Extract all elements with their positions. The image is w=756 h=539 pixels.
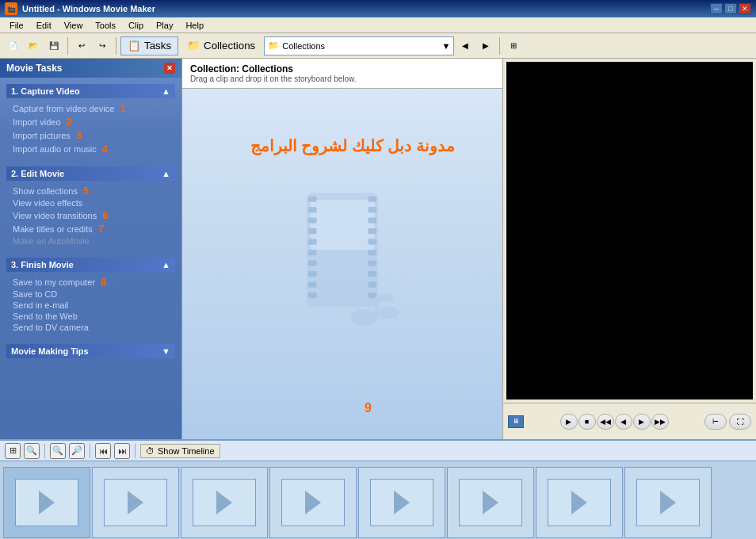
menu-view[interactable]: View xyxy=(58,19,90,32)
show-timeline-button[interactable]: ⏱ Show Timeline xyxy=(140,444,220,458)
fast-forward-button[interactable]: ▶▶ xyxy=(651,414,669,430)
tasks-label: Tasks xyxy=(144,40,171,52)
back-button[interactable]: ◀ xyxy=(456,36,475,55)
import-audio-link[interactable]: Import audio or music 4 xyxy=(13,142,169,155)
finish-section-title: 3. Finish Movie xyxy=(11,260,74,270)
annotation-9: 9 xyxy=(365,401,372,415)
menu-file[interactable]: File xyxy=(3,19,30,32)
dropdown-folder-icon: 📁 xyxy=(268,40,279,51)
undo-button[interactable]: ↩ xyxy=(72,36,91,55)
story-thumb-2 xyxy=(104,479,167,526)
storyboard-next[interactable]: ⏭ xyxy=(114,443,130,459)
storyboard-cell-3[interactable] xyxy=(181,467,268,538)
story-thumb-3 xyxy=(193,479,256,526)
collections-dropdown[interactable]: 📁 Collections ▼ xyxy=(264,36,454,55)
storyboard-zoom-in[interactable]: 🔍 xyxy=(50,443,66,459)
split-button[interactable]: ⊢ xyxy=(704,414,727,430)
collections-button[interactable]: 📁 Collections xyxy=(180,36,262,55)
send-dv-link[interactable]: Send to DV camera xyxy=(13,322,169,333)
storyboard-icon1[interactable]: ⊞ xyxy=(5,443,21,459)
finish-collapse-icon: ▲ xyxy=(162,260,170,270)
open-button[interactable]: 📂 xyxy=(24,36,43,55)
svg-point-22 xyxy=(351,309,376,327)
annotation-1: 1 xyxy=(120,102,125,114)
new-button[interactable]: 📄 xyxy=(3,36,22,55)
storyboard-cell-5[interactable] xyxy=(358,467,445,538)
capture-from-device-link[interactable]: Capture from video device 1 xyxy=(13,101,169,115)
edit-section: 2. Edit Movie ▲ Show collections 5 View … xyxy=(0,160,181,251)
svg-point-24 xyxy=(379,306,399,319)
show-collections-link[interactable]: Show collections 5 xyxy=(13,184,169,197)
finish-section-header[interactable]: 3. Finish Movie ▲ xyxy=(6,258,175,272)
storyboard-icon2[interactable]: 🔍 xyxy=(24,443,40,459)
svg-rect-12 xyxy=(368,197,376,202)
menu-help[interactable]: Help xyxy=(179,19,210,32)
save-computer-link[interactable]: Save to my computer 8 xyxy=(13,275,169,289)
svg-rect-4 xyxy=(308,218,317,224)
collections-icon: 📁 xyxy=(187,40,200,52)
redo-button[interactable]: ↪ xyxy=(93,36,112,55)
storyboard-cell-4[interactable] xyxy=(269,467,357,538)
tasks-panel-close[interactable]: ✕ xyxy=(164,63,175,74)
menu-play[interactable]: Play xyxy=(150,19,179,32)
storyboard-cell-2[interactable] xyxy=(92,467,179,538)
svg-rect-2 xyxy=(308,197,317,202)
view-transitions-link[interactable]: View video transitions 6 xyxy=(13,208,169,222)
tasks-button[interactable]: 📋 Tasks xyxy=(120,36,178,55)
svg-rect-20 xyxy=(368,282,376,288)
sb-separator-3 xyxy=(135,444,136,458)
close-button[interactable]: ✕ xyxy=(739,3,751,14)
thumb-icon-3 xyxy=(216,491,232,514)
capture-section-header[interactable]: 1. Capture Video ▲ xyxy=(6,84,175,98)
next-frame-button[interactable]: ▶ xyxy=(633,414,651,430)
menu-tools[interactable]: Tools xyxy=(89,19,122,32)
arabic-watermark: مدونة دبل كليك لشروح البرامج xyxy=(250,136,455,155)
preview-panel: 🖥 ▶ ■ ◀◀ ◀ ▶ ▶▶ ⊢ ⛶ xyxy=(502,59,756,439)
menu-clip[interactable]: Clip xyxy=(122,19,150,32)
edit-section-header[interactable]: 2. Edit Movie ▲ xyxy=(6,166,175,181)
fullscreen-button[interactable]: ⛶ xyxy=(729,414,751,430)
send-email-link[interactable]: Send in e-mail xyxy=(13,300,169,311)
forward-button[interactable]: ▶ xyxy=(476,36,495,55)
annotation-2: 2 xyxy=(67,116,72,128)
thumb-icon-1 xyxy=(39,491,55,514)
capture-collapse-icon: ▲ xyxy=(162,86,170,96)
toolbar-separator-1 xyxy=(67,37,68,55)
annotation-7: 7 xyxy=(98,223,104,235)
svg-rect-8 xyxy=(308,261,317,266)
annotation-8: 8 xyxy=(101,276,106,288)
thumb-icon-2 xyxy=(128,491,143,514)
svg-rect-16 xyxy=(368,239,376,245)
storyboard-cell-1[interactable] xyxy=(3,467,90,538)
storyboard-cell-7[interactable] xyxy=(536,467,623,538)
save-button[interactable]: 💾 xyxy=(44,36,63,55)
storyboard-cell-6[interactable] xyxy=(447,467,534,538)
save-cd-link[interactable]: Save to CD xyxy=(13,289,169,300)
send-web-link[interactable]: Send to the Web xyxy=(13,311,169,322)
play-button[interactable]: ▶ xyxy=(560,414,578,430)
view-toggle-button[interactable]: ⊞ xyxy=(504,36,523,55)
finish-section: 3. Finish Movie ▲ Save to my computer 8 … xyxy=(0,251,181,338)
prev-frame-button[interactable]: ◀ xyxy=(615,414,632,430)
tips-section-header[interactable]: Movie Making Tips ▼ xyxy=(6,344,175,358)
import-video-link[interactable]: Import video 2 xyxy=(13,115,169,128)
svg-rect-10 xyxy=(308,282,317,288)
import-pictures-link[interactable]: Import pictures 3 xyxy=(13,128,169,142)
svg-rect-17 xyxy=(368,250,376,255)
collection-header: Collection: Collections Drag a clip and … xyxy=(182,59,502,89)
maximize-button[interactable]: □ xyxy=(724,3,737,14)
finish-links: Save to my computer 8 Save to CD Send in… xyxy=(6,273,175,334)
storyboard-zoom-out[interactable]: 🔎 xyxy=(69,443,85,459)
tips-section-title: Movie Making Tips xyxy=(11,346,89,356)
make-titles-link[interactable]: Make titles or credits 7 xyxy=(13,222,169,235)
preview-screen xyxy=(506,62,753,399)
capture-section-title: 1. Capture Video xyxy=(11,86,80,96)
auto-movie-link: Make an AutoMovie xyxy=(13,235,169,247)
storyboard-cell-8[interactable] xyxy=(624,467,712,538)
menu-edit[interactable]: Edit xyxy=(30,19,58,32)
storyboard-prev[interactable]: ⏮ xyxy=(95,443,111,459)
rewind-button[interactable]: ◀◀ xyxy=(597,414,614,430)
stop-button[interactable]: ■ xyxy=(578,414,596,430)
minimize-button[interactable]: ─ xyxy=(710,3,723,14)
view-effects-link[interactable]: View video effects xyxy=(13,197,169,208)
